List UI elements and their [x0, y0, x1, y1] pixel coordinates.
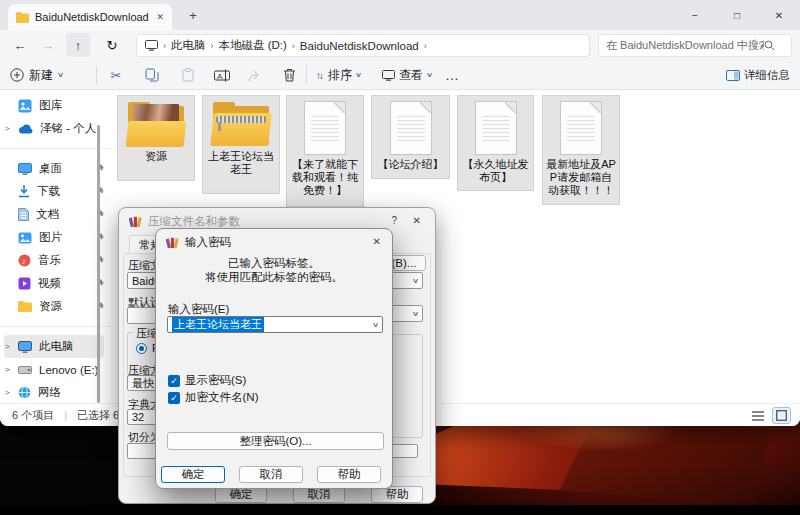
- status-divider: |: [64, 409, 67, 421]
- file-tile-txt-3[interactable]: 【永久地址发布页】: [457, 95, 534, 191]
- sidebar-item-drive-e[interactable]: > Lenovo (E:): [4, 358, 104, 381]
- explorer-tab[interactable]: BaiduNetdiskDownload ✕: [8, 4, 172, 30]
- details-pane-button[interactable]: 详细信息: [726, 63, 790, 87]
- toolbar-divider: [306, 66, 307, 84]
- copy-button[interactable]: [140, 63, 164, 87]
- show-password-label: 显示密码(S): [185, 373, 246, 388]
- desktop-location-icon: [145, 40, 158, 51]
- chevron-down-icon: ∨: [372, 321, 379, 329]
- delete-button[interactable]: [277, 63, 301, 87]
- encrypt-filenames-checkbox[interactable]: ✓ 加密文件名(N): [168, 390, 258, 405]
- encrypt-filenames-label: 加密文件名(N): [185, 390, 258, 405]
- details-pane-icon: [726, 70, 740, 81]
- icon-view-toggle[interactable]: [772, 407, 791, 424]
- new-button[interactable]: 新建 ∨: [10, 63, 63, 87]
- command-toolbar: 新建 ∨ ✂ A: [0, 60, 800, 90]
- file-tile-txt-2[interactable]: 【论坛介绍】: [371, 95, 450, 179]
- password-input[interactable]: 上老王论坛当老王 ∨: [167, 316, 383, 333]
- up-button[interactable]: ↑: [66, 33, 90, 57]
- password-dialog-title: 输入密码: [185, 235, 231, 250]
- sidebar-item-music[interactable]: ♪ 音乐: [4, 249, 104, 272]
- file-tile-zip[interactable]: 上老王论坛当老王: [202, 95, 280, 194]
- breadcrumb-drive-d[interactable]: 本地磁盘 (D:): [219, 38, 287, 53]
- share-button[interactable]: [243, 63, 267, 87]
- close-icon[interactable]: ✕: [413, 215, 421, 226]
- ok-button[interactable]: 确定: [161, 466, 225, 483]
- password-dialog: 输入密码 ✕ 已输入密码标签。 将使用匹配此标签的密码。 输入密码(E) 上老王…: [155, 228, 393, 489]
- checkbox-checked-icon: ✓: [168, 392, 180, 404]
- new-tab-button[interactable]: +: [183, 5, 203, 25]
- back-button[interactable]: ←: [8, 33, 32, 57]
- close-button[interactable]: ✕: [758, 0, 800, 30]
- organize-passwords-button[interactable]: 整理密码(O)...: [167, 432, 384, 450]
- window-controls: − □ ✕: [674, 0, 800, 30]
- sidebar-item-network[interactable]: > 网络: [4, 381, 104, 403]
- chevron-expand-icon[interactable]: >: [5, 365, 10, 374]
- search-input[interactable]: 在 BaiduNetdiskDownload 中搜索: [598, 34, 792, 57]
- password-dialog-buttons: 确定 取消 帮助: [161, 466, 381, 483]
- breadcrumb-this-pc[interactable]: 此电脑: [171, 38, 206, 53]
- list-view-toggle[interactable]: [748, 407, 767, 424]
- navigation-pane: 图库 > 泽铭 - 个人 桌面 下载 文档: [0, 90, 110, 403]
- folder-icon: [16, 12, 29, 23]
- text-file-icon: [304, 101, 346, 155]
- download-icon: [18, 185, 30, 198]
- rename-button[interactable]: A: [210, 63, 234, 87]
- videos-icon: [18, 277, 31, 290]
- help-icon[interactable]: ?: [391, 215, 397, 226]
- sidebar-item-downloads[interactable]: 下载: [4, 180, 104, 203]
- svg-text:A: A: [217, 71, 223, 80]
- sort-button[interactable]: ↑↓ 排序 ∨: [316, 63, 361, 87]
- folder-icon: [18, 301, 32, 312]
- chevron-expand-icon[interactable]: >: [5, 388, 10, 397]
- ellipsis-icon: …: [445, 67, 459, 83]
- file-tile-ziyuan[interactable]: 资源: [117, 95, 195, 181]
- text-file-icon: [560, 101, 602, 155]
- file-name: 【论坛介绍】: [376, 158, 446, 171]
- refresh-button[interactable]: ↻: [100, 33, 124, 57]
- file-tile-txt-4[interactable]: 最新地址及APP请发邮箱自动获取！！！: [542, 95, 620, 205]
- paste-button[interactable]: [176, 63, 200, 87]
- maximize-button[interactable]: □: [716, 0, 758, 30]
- sidebar-item-this-pc[interactable]: > 此电脑: [4, 335, 104, 358]
- sidebar-item-gallery[interactable]: 图库: [4, 94, 104, 117]
- sidebar-divider: [0, 326, 110, 327]
- sidebar-item-label: 此电脑: [39, 339, 74, 354]
- cancel-button[interactable]: 取消: [239, 466, 303, 483]
- forward-button[interactable]: →: [36, 33, 60, 57]
- rar-dialog-title: 压缩文件名和参数: [148, 214, 240, 229]
- breadcrumb[interactable]: › 此电脑 › 本地磁盘 (D:) › BaiduNetdiskDownload…: [136, 34, 590, 57]
- tab-close-icon[interactable]: ✕: [156, 12, 164, 22]
- cut-button[interactable]: ✂: [104, 63, 128, 87]
- sidebar-item-ziyuan-folder[interactable]: 资源: [4, 295, 104, 318]
- dict-size-value: 32: [132, 411, 144, 423]
- minimize-button[interactable]: −: [674, 0, 716, 30]
- sidebar-item-documents[interactable]: 文档: [4, 203, 104, 226]
- sidebar-item-videos[interactable]: 视频: [4, 272, 104, 295]
- more-options-button[interactable]: …: [440, 63, 464, 87]
- sidebar-item-label: 文档: [36, 207, 59, 222]
- search-icon: [764, 40, 775, 51]
- chevron-expand-icon[interactable]: >: [5, 124, 10, 133]
- file-tile-txt-1[interactable]: 【来了就能下载和观看！纯免费！】: [286, 95, 364, 207]
- share-icon: [248, 68, 262, 82]
- folder-with-photo-icon: [125, 101, 187, 147]
- copy-icon: [145, 68, 159, 82]
- sidebar-item-label: 图片: [39, 230, 62, 245]
- large-icons-icon: [776, 410, 787, 421]
- close-icon[interactable]: ✕: [373, 236, 381, 247]
- view-button[interactable]: 查看 ∨: [382, 63, 432, 87]
- sidebar-item-label: 资源: [39, 299, 62, 314]
- sidebar-scrollbar[interactable]: [97, 125, 100, 403]
- onedrive-cloud-icon: [18, 124, 33, 134]
- chevron-right-icon: ›: [424, 41, 427, 51]
- sidebar-item-pictures[interactable]: 图片: [4, 226, 104, 249]
- help-button[interactable]: 帮助: [317, 466, 381, 483]
- sidebar-item-desktop[interactable]: 桌面: [4, 157, 104, 180]
- chevron-expand-icon[interactable]: >: [5, 342, 10, 351]
- details-pane-label: 详细信息: [744, 68, 790, 83]
- desktop-icon: [18, 163, 32, 175]
- breadcrumb-current-folder[interactable]: BaiduNetdiskDownload: [300, 40, 419, 52]
- sidebar-item-onedrive[interactable]: > 泽铭 - 个人: [4, 117, 104, 140]
- show-password-checkbox[interactable]: ✓ 显示密码(S): [168, 373, 246, 388]
